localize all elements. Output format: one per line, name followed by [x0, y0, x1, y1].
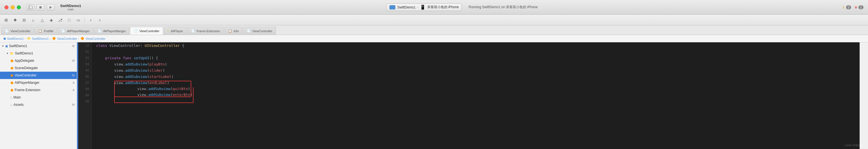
sidebar-badge-m: M [72, 45, 74, 48]
run-button[interactable] [47, 4, 55, 10]
line-num-85: 85 [78, 67, 91, 73]
phone-icon: 📱 [420, 4, 426, 10]
maximize-button[interactable] [17, 5, 21, 9]
sidebar-item-aliplayermanger[interactable]: 🔶 AliPlayerManger A [0, 79, 77, 86]
sidebar-label-main: Main [13, 95, 74, 99]
tab-icon: h [167, 29, 169, 33]
sidebar-item-appdelegate[interactable]: 🔶 AppDelegate M [0, 57, 77, 64]
grid-view-button[interactable]: ⊞ [2, 17, 10, 23]
breadcrumb-part-4[interactable]: ViewController [86, 37, 105, 40]
tab-icon: 📋 [228, 29, 232, 33]
sidebar-item-main[interactable]: ◻ Main [0, 94, 77, 101]
sidebar-badge-a: A [72, 89, 74, 92]
breadcrumb-sep-2: › [50, 37, 51, 40]
tab-icon: 📄 [61, 29, 65, 33]
project-branch: main [67, 8, 74, 11]
project-info: SwiftDemo1 main [60, 4, 81, 11]
file-icon: ◻ [10, 103, 12, 106]
comment-button[interactable]: □ [65, 17, 73, 23]
tab-icon: 📄 [191, 29, 195, 33]
app-icon [389, 5, 396, 9]
code-line-89: view.addSubview(enterBtn) [92, 92, 860, 98]
run-status-text: Running SwiftDemo1 on 库客双小鱼的 iPhone [469, 5, 537, 9]
line-numbers: 12 82 83 84 85 86 87 88 89 90 [78, 42, 92, 149]
breadcrumb-part-2[interactable]: SwiftDemo1 [32, 37, 49, 40]
window-controls [26, 4, 55, 10]
tab-viewcontroller-1[interactable]: 📄 ViewController [1, 27, 34, 35]
breadcrumb-icon-4: 🔶 [81, 37, 84, 40]
code-line-84: view.addSubview(playBtn) [92, 61, 860, 67]
add-button[interactable]: ✚ [11, 17, 19, 23]
chevron-icon: › [417, 6, 418, 9]
git-button[interactable]: ⎇ [56, 17, 64, 23]
code-line-88: view.addSubview(quitBtn) [92, 86, 860, 92]
tab-viewcontroller-active[interactable]: 📄 ViewController [130, 27, 163, 35]
tabs-bar: 📄 ViewController 📋 Podfile 📄 AliPlayerMa… [0, 25, 868, 35]
sidebar-item-swiftdemo1-sub[interactable]: ▾ 📁 SwiftDemo1 [0, 50, 77, 57]
file-icon: 🔶 [10, 81, 13, 84]
search-button[interactable]: ⌕ [29, 17, 37, 23]
disclosure-icon: ▾ [7, 52, 8, 55]
sidebar-item-swiftdemo1-root[interactable]: ▾ ◼ SwiftDemo1 M [0, 42, 77, 50]
sidebar-badge-m: M [72, 103, 74, 106]
disclosure-icon: ▾ [2, 45, 4, 47]
line-num-86: 86 [78, 73, 91, 80]
close-button[interactable] [4, 5, 8, 9]
sidebar-badge-m: M [72, 74, 74, 77]
sidebar-label-swiftdemo1-root: SwiftDemo1 [9, 44, 71, 48]
sidebar-item-scenedelegate[interactable]: 🔶 SceneDelegate [0, 64, 77, 72]
sidebar-label-assets: Assets [13, 103, 71, 107]
sidebar-item-assets[interactable]: ◻ Assets M [0, 101, 77, 108]
file-icon: ◻ [10, 96, 12, 99]
project-name: SwiftDemo1 [60, 4, 81, 8]
line-num-87: 87 [78, 80, 91, 86]
code-editor[interactable]: class ViewController: UIViewController {… [92, 42, 860, 149]
right-inspector-panel [860, 42, 868, 149]
tab-info[interactable]: 📋 Info [224, 27, 243, 35]
tab-icon: 📋 [38, 29, 42, 33]
sidebar-label-frame-extension: Frame-Extension [14, 88, 71, 92]
nav-forward-button[interactable]: › [96, 17, 104, 23]
filter-button[interactable]: ⊟ [20, 17, 28, 23]
toolbar-separator [84, 18, 85, 23]
panel-toggle-button[interactable] [26, 4, 34, 10]
svg-rect-2 [39, 6, 42, 8]
svg-rect-0 [28, 6, 32, 9]
sidebar-label-scenedelegate: SceneDelegate [14, 66, 74, 70]
tab-viewcontroller-2[interactable]: 📄 ViewController [243, 27, 276, 35]
line-num-90: 90 [78, 98, 91, 104]
errors-badge: ⊗ 1 [855, 5, 864, 9]
tab-aliplayermanger-1[interactable]: 📄 AliPlayerManger [58, 27, 93, 35]
code-line-87: view.addSubview(endLabel) [92, 80, 860, 86]
line-num-82: 82 [78, 49, 91, 55]
watermark: CSDN 学海泛舟者 [845, 144, 865, 147]
line-num-12: 12 [78, 42, 91, 49]
breadcrumb-part-3[interactable]: ViewController [57, 37, 77, 40]
titlebar-center: SwiftDemo1 › 📱 库客双小鱼的 iPhone Running Swi… [87, 3, 842, 11]
breadcrumb-sep-1: › [25, 37, 26, 40]
sidebar-item-frame-extension[interactable]: 🔶 Frame-Extension A [0, 86, 77, 94]
line-num-83: 83 [78, 55, 91, 61]
bookmark-button[interactable]: ◈ [47, 17, 55, 23]
breadcrumb-part-1[interactable]: SwiftDemo1 [7, 37, 24, 40]
tab-icon: 📄 [5, 29, 9, 33]
panel-button[interactable]: ▭ [74, 17, 82, 23]
nav-back-button[interactable]: ‹ [87, 17, 95, 23]
tab-icon: 📄 [134, 29, 137, 33]
minimize-button[interactable] [11, 5, 14, 9]
sidebar: ▾ ◼ SwiftDemo1 M ▾ 📁 SwiftDemo1 🔶 AppDel… [0, 42, 77, 149]
sidebar-badge-m: M [72, 59, 74, 63]
app-name: SwiftDemo1 [397, 5, 415, 9]
tab-frame-extension[interactable]: 📄 Frame-Extension [187, 27, 224, 35]
warning-button[interactable]: △ [38, 17, 46, 23]
tab-icon: 📄 [98, 29, 101, 33]
tab-aliplayermanger-2[interactable]: 📄 AliPlayerManger [94, 27, 130, 35]
folder-icon: ◼ [5, 44, 8, 48]
device-selector[interactable]: SwiftDemo1 › 📱 库客双小鱼的 iPhone [386, 3, 462, 11]
toolbar: ⊞ ✚ ⊟ ⌕ △ ◈ ⎇ □ ▭ ‹ › [0, 15, 868, 25]
sidebar-item-viewcontroller[interactable]: 🔶 ViewController M [0, 72, 77, 79]
stop-button[interactable] [37, 4, 44, 10]
tab-aliplayer[interactable]: h AliPlayer [164, 27, 187, 35]
tab-podfile[interactable]: 📋 Podfile [35, 27, 57, 35]
sidebar-label-aliplayermanger: AliPlayerManger [14, 81, 71, 85]
